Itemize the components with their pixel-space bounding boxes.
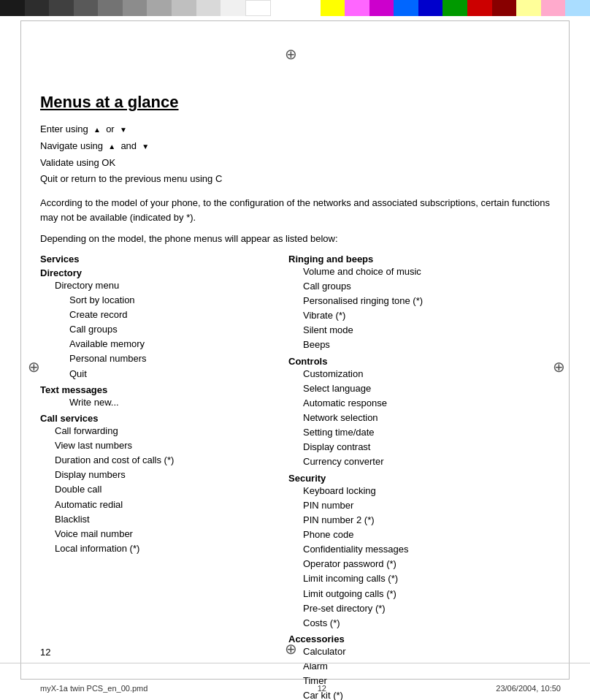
sort-by-location-item: Sort by location xyxy=(40,293,274,308)
directory-menu-item: Directory menu xyxy=(40,278,274,293)
setting-time-date-item: Setting time/date xyxy=(288,425,561,440)
footer-page-ref: 12 xyxy=(318,684,326,693)
right-menu-column: Ringing and beeps Volume and choice of m… xyxy=(288,254,561,700)
automatic-redial-item: Automatic redial xyxy=(40,498,274,512)
color-bar-left xyxy=(0,0,590,16)
operator-password-item: Operator password (*) xyxy=(288,557,561,571)
left-menu-column: Services Directory Directory menu Sort b… xyxy=(40,254,274,700)
alarm-item: Alarm xyxy=(288,659,561,674)
costs-item: Costs (*) xyxy=(288,616,561,631)
menu-two-column: Services Directory Directory menu Sort b… xyxy=(40,254,561,700)
write-new-item: Write new... xyxy=(40,395,274,410)
confidentiality-messages-item: Confidentiality messages xyxy=(288,542,561,557)
currency-converter-item: Currency converter xyxy=(288,454,561,469)
display-contrast-item: Display contrast xyxy=(288,440,561,454)
voice-mail-item: Voice mail number xyxy=(40,527,274,541)
footer-divider xyxy=(0,663,590,663)
description-1: According to the model of your phone, to… xyxy=(40,196,561,224)
accessories-heading: Accessories xyxy=(288,634,561,644)
personal-numbers-item: Personal numbers xyxy=(40,351,274,366)
beeps-item: Beeps xyxy=(288,338,561,352)
call-groups-item: Call groups xyxy=(40,322,274,337)
customization-item: Customization xyxy=(288,367,561,381)
display-numbers-item: Display numbers xyxy=(40,468,274,482)
page-number: 12 xyxy=(40,647,50,658)
preset-directory-item: Pre-set directory (*) xyxy=(288,601,561,616)
page-title: Menus at a glance xyxy=(40,93,561,112)
services-heading: Services xyxy=(40,254,80,265)
controls-heading: Controls xyxy=(288,356,561,367)
calculator-item: Calculator xyxy=(288,644,561,659)
directory-heading: Directory xyxy=(40,267,274,278)
view-last-numbers-item: View last numbers xyxy=(40,438,274,453)
pin-number-item: PIN number xyxy=(288,498,561,513)
automatic-response-item: Automatic response xyxy=(288,396,561,411)
description-2: Depending on the model, the phone menus … xyxy=(40,232,561,246)
services-section: Services xyxy=(40,254,274,265)
limit-outgoing-item: Limit outgoing calls (*) xyxy=(288,587,561,601)
footer-date: 23/06/2004, 10:50 xyxy=(496,684,561,693)
double-call-item: Double call xyxy=(40,482,274,497)
ringing-beeps-heading: Ringing and beeps xyxy=(288,254,561,265)
call-services-heading: Call services xyxy=(40,413,274,424)
security-section: Security Keyboard locking PIN number PIN… xyxy=(288,473,561,631)
directory-section: Directory Directory menu Sort by locatio… xyxy=(40,267,274,381)
call-forwarding-item: Call forwarding xyxy=(40,424,274,438)
select-language-item: Select language xyxy=(288,381,561,396)
network-selection-item: Network selection xyxy=(288,411,561,425)
security-heading: Security xyxy=(288,473,561,484)
text-messages-heading: Text messages xyxy=(40,384,274,395)
blacklist-item: Blacklist xyxy=(40,512,274,527)
text-messages-section: Text messages Write new... xyxy=(40,384,274,410)
limit-incoming-item: Limit incoming calls (*) xyxy=(288,571,561,586)
available-memory-item: Available memory xyxy=(40,337,274,351)
silent-mode-item: Silent mode xyxy=(288,323,561,338)
phone-code-item: Phone code xyxy=(288,528,561,542)
controls-section: Controls Customization Select language A… xyxy=(288,356,561,470)
footer-filename: myX-1a twin PCS_en_00.pmd xyxy=(40,684,148,693)
create-record-item: Create record xyxy=(40,308,274,322)
personalised-ringing-item: Personalised ringing tone (*) xyxy=(288,294,561,308)
call-services-section: Call services Call forwarding View last … xyxy=(40,413,274,556)
ringing-beeps-section: Ringing and beeps Volume and choice of m… xyxy=(288,254,561,353)
quit-item: Quit xyxy=(40,367,274,381)
pin-number-2-item: PIN number 2 (*) xyxy=(288,513,561,528)
keyboard-locking-item: Keyboard locking xyxy=(288,484,561,498)
nav-instructions: Enter using ▲ or ▼ Navigate using ▲ and … xyxy=(40,122,561,187)
volume-music-item: Volume and choice of music xyxy=(288,265,561,279)
call-groups-right-item: Call groups xyxy=(288,279,561,294)
duration-cost-item: Duration and cost of calls (*) xyxy=(40,453,274,468)
vibrate-item: Vibrate (*) xyxy=(288,308,561,323)
local-information-item: Local information (*) xyxy=(40,541,274,556)
footer: myX-1a twin PCS_en_00.pmd 12 23/06/2004,… xyxy=(40,684,561,693)
